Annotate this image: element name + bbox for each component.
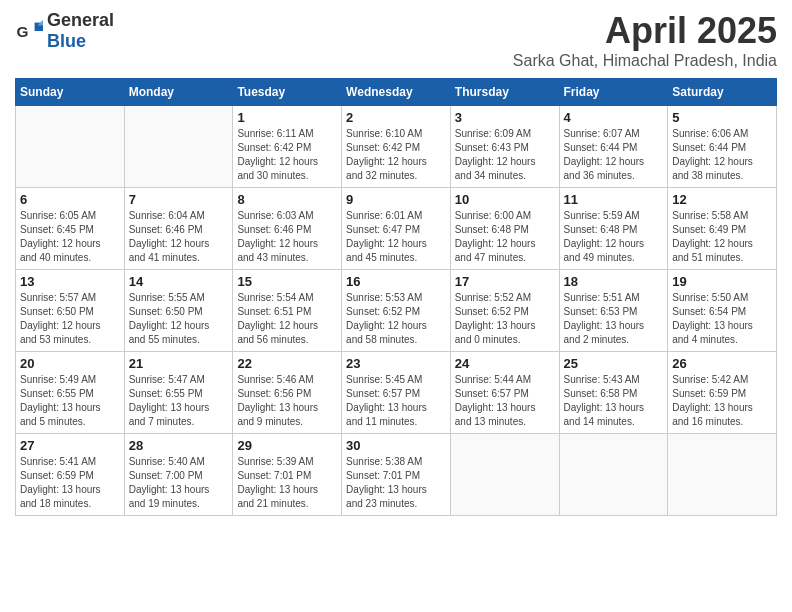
day-number: 23 xyxy=(346,356,446,371)
day-info: Sunrise: 6:11 AM Sunset: 6:42 PM Dayligh… xyxy=(237,127,337,183)
day-number: 2 xyxy=(346,110,446,125)
day-info: Sunrise: 6:07 AM Sunset: 6:44 PM Dayligh… xyxy=(564,127,664,183)
day-number: 7 xyxy=(129,192,229,207)
day-info: Sunrise: 6:01 AM Sunset: 6:47 PM Dayligh… xyxy=(346,209,446,265)
day-number: 19 xyxy=(672,274,772,289)
calendar-cell: 26Sunrise: 5:42 AM Sunset: 6:59 PM Dayli… xyxy=(668,352,777,434)
day-info: Sunrise: 5:59 AM Sunset: 6:48 PM Dayligh… xyxy=(564,209,664,265)
day-info: Sunrise: 6:05 AM Sunset: 6:45 PM Dayligh… xyxy=(20,209,120,265)
day-info: Sunrise: 5:41 AM Sunset: 6:59 PM Dayligh… xyxy=(20,455,120,511)
calendar-cell: 9Sunrise: 6:01 AM Sunset: 6:47 PM Daylig… xyxy=(342,188,451,270)
day-info: Sunrise: 5:45 AM Sunset: 6:57 PM Dayligh… xyxy=(346,373,446,429)
day-number: 22 xyxy=(237,356,337,371)
day-info: Sunrise: 5:40 AM Sunset: 7:00 PM Dayligh… xyxy=(129,455,229,511)
calendar-week-row: 13Sunrise: 5:57 AM Sunset: 6:50 PM Dayli… xyxy=(16,270,777,352)
calendar-week-row: 27Sunrise: 5:41 AM Sunset: 6:59 PM Dayli… xyxy=(16,434,777,516)
day-number: 4 xyxy=(564,110,664,125)
day-info: Sunrise: 6:03 AM Sunset: 6:46 PM Dayligh… xyxy=(237,209,337,265)
day-info: Sunrise: 6:10 AM Sunset: 6:42 PM Dayligh… xyxy=(346,127,446,183)
logo-icon: G xyxy=(15,17,43,45)
calendar-cell: 5Sunrise: 6:06 AM Sunset: 6:44 PM Daylig… xyxy=(668,106,777,188)
calendar-cell: 2Sunrise: 6:10 AM Sunset: 6:42 PM Daylig… xyxy=(342,106,451,188)
day-number: 12 xyxy=(672,192,772,207)
day-info: Sunrise: 5:53 AM Sunset: 6:52 PM Dayligh… xyxy=(346,291,446,347)
day-info: Sunrise: 5:58 AM Sunset: 6:49 PM Dayligh… xyxy=(672,209,772,265)
day-info: Sunrise: 5:54 AM Sunset: 6:51 PM Dayligh… xyxy=(237,291,337,347)
calendar-cell: 16Sunrise: 5:53 AM Sunset: 6:52 PM Dayli… xyxy=(342,270,451,352)
day-number: 9 xyxy=(346,192,446,207)
calendar-cell: 30Sunrise: 5:38 AM Sunset: 7:01 PM Dayli… xyxy=(342,434,451,516)
day-number: 24 xyxy=(455,356,555,371)
day-number: 10 xyxy=(455,192,555,207)
calendar-cell: 22Sunrise: 5:46 AM Sunset: 6:56 PM Dayli… xyxy=(233,352,342,434)
calendar-cell: 29Sunrise: 5:39 AM Sunset: 7:01 PM Dayli… xyxy=(233,434,342,516)
calendar-cell: 3Sunrise: 6:09 AM Sunset: 6:43 PM Daylig… xyxy=(450,106,559,188)
weekday-header-wednesday: Wednesday xyxy=(342,79,451,106)
weekday-header-friday: Friday xyxy=(559,79,668,106)
header: G General Blue April 2025 Sarka Ghat, Hi… xyxy=(15,10,777,70)
logo-general: General xyxy=(47,10,114,30)
month-title: April 2025 xyxy=(513,10,777,52)
day-info: Sunrise: 5:49 AM Sunset: 6:55 PM Dayligh… xyxy=(20,373,120,429)
weekday-header-row: SundayMondayTuesdayWednesdayThursdayFrid… xyxy=(16,79,777,106)
calendar-cell: 20Sunrise: 5:49 AM Sunset: 6:55 PM Dayli… xyxy=(16,352,125,434)
calendar-cell: 4Sunrise: 6:07 AM Sunset: 6:44 PM Daylig… xyxy=(559,106,668,188)
svg-text:G: G xyxy=(16,23,28,40)
day-number: 11 xyxy=(564,192,664,207)
calendar-cell: 1Sunrise: 6:11 AM Sunset: 6:42 PM Daylig… xyxy=(233,106,342,188)
day-info: Sunrise: 5:55 AM Sunset: 6:50 PM Dayligh… xyxy=(129,291,229,347)
calendar-cell: 27Sunrise: 5:41 AM Sunset: 6:59 PM Dayli… xyxy=(16,434,125,516)
logo: G General Blue xyxy=(15,10,114,52)
day-info: Sunrise: 5:52 AM Sunset: 6:52 PM Dayligh… xyxy=(455,291,555,347)
calendar-cell: 13Sunrise: 5:57 AM Sunset: 6:50 PM Dayli… xyxy=(16,270,125,352)
calendar-week-row: 20Sunrise: 5:49 AM Sunset: 6:55 PM Dayli… xyxy=(16,352,777,434)
title-area: April 2025 Sarka Ghat, Himachal Pradesh,… xyxy=(513,10,777,70)
day-number: 25 xyxy=(564,356,664,371)
calendar-cell: 23Sunrise: 5:45 AM Sunset: 6:57 PM Dayli… xyxy=(342,352,451,434)
day-info: Sunrise: 5:43 AM Sunset: 6:58 PM Dayligh… xyxy=(564,373,664,429)
day-info: Sunrise: 5:50 AM Sunset: 6:54 PM Dayligh… xyxy=(672,291,772,347)
calendar-cell xyxy=(450,434,559,516)
calendar-week-row: 1Sunrise: 6:11 AM Sunset: 6:42 PM Daylig… xyxy=(16,106,777,188)
calendar-cell: 12Sunrise: 5:58 AM Sunset: 6:49 PM Dayli… xyxy=(668,188,777,270)
day-number: 21 xyxy=(129,356,229,371)
calendar-cell xyxy=(16,106,125,188)
day-info: Sunrise: 5:38 AM Sunset: 7:01 PM Dayligh… xyxy=(346,455,446,511)
day-number: 27 xyxy=(20,438,120,453)
day-info: Sunrise: 5:44 AM Sunset: 6:57 PM Dayligh… xyxy=(455,373,555,429)
day-number: 8 xyxy=(237,192,337,207)
calendar-cell xyxy=(124,106,233,188)
calendar-cell: 19Sunrise: 5:50 AM Sunset: 6:54 PM Dayli… xyxy=(668,270,777,352)
calendar-week-row: 6Sunrise: 6:05 AM Sunset: 6:45 PM Daylig… xyxy=(16,188,777,270)
calendar-cell: 7Sunrise: 6:04 AM Sunset: 6:46 PM Daylig… xyxy=(124,188,233,270)
day-number: 17 xyxy=(455,274,555,289)
weekday-header-tuesday: Tuesday xyxy=(233,79,342,106)
day-number: 6 xyxy=(20,192,120,207)
day-info: Sunrise: 6:04 AM Sunset: 6:46 PM Dayligh… xyxy=(129,209,229,265)
day-info: Sunrise: 6:09 AM Sunset: 6:43 PM Dayligh… xyxy=(455,127,555,183)
logo-blue: Blue xyxy=(47,31,86,51)
day-info: Sunrise: 6:06 AM Sunset: 6:44 PM Dayligh… xyxy=(672,127,772,183)
day-number: 13 xyxy=(20,274,120,289)
calendar-cell: 15Sunrise: 5:54 AM Sunset: 6:51 PM Dayli… xyxy=(233,270,342,352)
day-info: Sunrise: 5:46 AM Sunset: 6:56 PM Dayligh… xyxy=(237,373,337,429)
day-number: 1 xyxy=(237,110,337,125)
day-number: 15 xyxy=(237,274,337,289)
day-number: 16 xyxy=(346,274,446,289)
weekday-header-saturday: Saturday xyxy=(668,79,777,106)
calendar-table: SundayMondayTuesdayWednesdayThursdayFrid… xyxy=(15,78,777,516)
calendar-cell: 25Sunrise: 5:43 AM Sunset: 6:58 PM Dayli… xyxy=(559,352,668,434)
calendar-cell xyxy=(668,434,777,516)
day-info: Sunrise: 5:47 AM Sunset: 6:55 PM Dayligh… xyxy=(129,373,229,429)
day-number: 26 xyxy=(672,356,772,371)
calendar-cell: 18Sunrise: 5:51 AM Sunset: 6:53 PM Dayli… xyxy=(559,270,668,352)
day-info: Sunrise: 6:00 AM Sunset: 6:48 PM Dayligh… xyxy=(455,209,555,265)
day-info: Sunrise: 5:51 AM Sunset: 6:53 PM Dayligh… xyxy=(564,291,664,347)
day-number: 30 xyxy=(346,438,446,453)
day-info: Sunrise: 5:42 AM Sunset: 6:59 PM Dayligh… xyxy=(672,373,772,429)
calendar-cell xyxy=(559,434,668,516)
calendar-cell: 28Sunrise: 5:40 AM Sunset: 7:00 PM Dayli… xyxy=(124,434,233,516)
day-number: 20 xyxy=(20,356,120,371)
calendar-cell: 14Sunrise: 5:55 AM Sunset: 6:50 PM Dayli… xyxy=(124,270,233,352)
calendar-cell: 8Sunrise: 6:03 AM Sunset: 6:46 PM Daylig… xyxy=(233,188,342,270)
